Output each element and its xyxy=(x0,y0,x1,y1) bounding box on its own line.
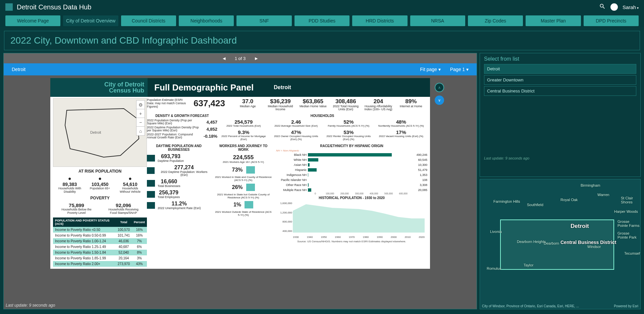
zoom-out-button[interactable]: − xyxy=(137,118,145,127)
top-stat: 308,4862022 Total Housing Units (Esri) xyxy=(329,98,362,111)
poverty-stat: 92,096Households Receiving Food Stamps/S… xyxy=(105,202,142,215)
tab-council-districts[interactable]: Council Districts xyxy=(121,15,176,26)
user-avatar[interactable] xyxy=(610,3,618,11)
work-icon xyxy=(246,184,255,191)
scroll-down-button[interactable]: ∨ xyxy=(435,96,444,105)
mini-map[interactable]: Detroit ⚙ + − ⌂ xyxy=(53,98,147,167)
viewer-bar: Detroit Fit page ▾ Page 1 ▾ xyxy=(4,63,477,75)
business-stat: 256,379Total Employees xyxy=(147,190,211,199)
map-controls: ⚙ + − ⌂ xyxy=(136,100,145,136)
map-label: Livonia xyxy=(490,230,502,234)
tab-nrsa[interactable]: NRSA xyxy=(410,15,465,26)
map-label: Southfield xyxy=(527,203,543,207)
table-row: Income to Poverty Ratio 1.85-1.9920,1643… xyxy=(53,255,147,261)
select-item[interactable]: Greater Downtown xyxy=(484,75,636,85)
stat-icon xyxy=(147,167,155,174)
business-stat: 693,793Daytime Population xyxy=(147,153,211,163)
page-dropdown[interactable]: Page 1 ▾ xyxy=(450,67,469,72)
map-label: Harper Woods xyxy=(614,209,638,213)
race-bar-row: Asian NH10,300 xyxy=(276,162,427,167)
map-label: Birmingham xyxy=(581,183,600,187)
select-item[interactable]: Central Business District xyxy=(484,86,636,96)
business-stat: 11.2%2022 Unemployment Rate (Esri) xyxy=(147,201,211,210)
last-update-text: Last update: 9 seconds ago xyxy=(6,303,55,308)
race-bar-row: Black NH490,246 xyxy=(276,152,427,157)
map-attribution-left: City of Windsor, Province of Ontario, Es… xyxy=(482,304,579,308)
region-map[interactable]: Detroit Central Business District Birmin… xyxy=(480,179,641,309)
table-row: Income to Poverty Ratio 1.00-1.2446,0367… xyxy=(53,238,147,244)
tab-zip-codes[interactable]: Zip Codes xyxy=(468,15,523,26)
map-label: St Clair Shores xyxy=(621,196,640,204)
stat-icon xyxy=(147,180,155,187)
chevron-down-icon: ▾ xyxy=(466,67,469,72)
report-pane: ◀ 1 of 3 ▶ Detroit Fit page ▾ Page 1 ▾ ∧… xyxy=(3,53,477,309)
fit-page-dropdown[interactable]: Fit page ▾ xyxy=(420,67,440,72)
map-attribution-right: Powered by Esri xyxy=(614,304,638,308)
at-risk-header: AT RISK POPULATION xyxy=(53,169,147,174)
race-bar-row: Hispanic51,479 xyxy=(276,167,427,172)
tab-neighborhoods[interactable]: Neighborhoods xyxy=(179,15,234,26)
tab-pdd-studies[interactable]: PDD Studies xyxy=(294,15,350,26)
stat-icon xyxy=(147,202,155,209)
historical-population-chart: 1,600,0001,200,000800,000400,000 1930194… xyxy=(276,202,427,239)
risk-stat: ●103,450Population 65+ xyxy=(90,176,110,194)
risk-stat: ●54,610Households Without Vehicle xyxy=(117,176,144,194)
top-stat: 89%Internet at Home xyxy=(395,98,427,111)
map-label: Warren xyxy=(597,193,609,197)
tab-master-plan[interactable]: Master Plan xyxy=(526,15,581,26)
app-header: Detroit Census Data Hub Sarah▾ xyxy=(0,0,644,14)
pager-prev[interactable]: ◀ xyxy=(223,56,225,61)
stat-icon xyxy=(147,155,155,162)
app-title: Detroit Census Data Hub xyxy=(17,3,91,11)
app-logo xyxy=(5,3,13,11)
table-row: Income to Poverty Ratio 1.25-1.4940,6876… xyxy=(53,244,147,250)
dashboard-title: 2022 City, Downtown and CBD Infographic … xyxy=(10,35,634,46)
infographic-report: ∧ ∨ City of DetroitCensus Hub Full Demog… xyxy=(50,78,430,269)
tab-snf[interactable]: SNF xyxy=(236,15,291,26)
home-icon[interactable]: ⌂ xyxy=(137,127,145,135)
top-stat: $36,239Median Household Income xyxy=(264,98,297,111)
map-label: Dearborn xyxy=(544,241,559,245)
select-last-update: Last update: 9 seconds ago xyxy=(484,156,636,160)
table-row: Income to Poverty Ratio 2.00+273,97043% xyxy=(53,261,147,267)
household-stat: 2.462022 Average Household Size (Esri) xyxy=(270,119,323,127)
tab-dpd-precincts[interactable]: DPD Precincts xyxy=(584,15,639,26)
race-bar-row: Indigenous NH1,353 xyxy=(276,172,427,177)
work-pct: 26%2021 Worked in State but Outside Coun… xyxy=(214,184,273,199)
scroll-up-button[interactable]: ∧ xyxy=(435,83,444,92)
gear-icon[interactable]: ⚙ xyxy=(137,101,145,109)
work-pct: 1%2021 Worked Outside State of Residence… xyxy=(214,201,273,216)
household-stat: 9.3%2022 Percent of Income for Mortgage … xyxy=(217,129,270,141)
select-list-panel: Select from list DetroitGreater Downtown… xyxy=(480,53,641,177)
map-label: Grosse Pointe Farms xyxy=(618,219,640,228)
zoom-in-button[interactable]: + xyxy=(137,109,145,118)
svg-marker-0 xyxy=(65,109,139,157)
map-label: Taylor xyxy=(524,263,533,267)
chevron-down-icon: ▾ xyxy=(438,67,441,72)
poverty-table: POPULATION AND POVERTY STATUS (ACS)Total… xyxy=(53,217,147,267)
tab-welcome-page[interactable]: Welcome Page xyxy=(5,15,60,26)
pager-next[interactable]: ▶ xyxy=(255,56,258,61)
tab-city-of-detroit-overview[interactable]: City of Detroit Overview xyxy=(63,15,118,26)
map-label: Grosse Pointe Park xyxy=(618,231,640,239)
race-bar-row: Pacific Islander NH108 xyxy=(276,177,427,182)
dashboard-title-bar: 2022 City, Downtown and CBD Infographic … xyxy=(4,31,640,50)
business-stat: 277,2742022 Daytime Population: Workers … xyxy=(147,165,211,177)
table-row: Income to Poverty Ratio <0.50100,57016% xyxy=(53,227,147,233)
table-row: Income to Poverty Ratio 1.50-1.8452,0408… xyxy=(53,250,147,255)
map-label: Royal Oak xyxy=(560,198,578,202)
user-name[interactable]: Sarah▾ xyxy=(623,4,639,10)
report-city: Detroit xyxy=(274,84,291,90)
race-bar-row: White NH60,545 xyxy=(276,157,427,162)
household-stat: 254,5792022 Total Households (Esri) xyxy=(217,119,270,127)
top-stat: 204Housing Affordability Index (100= US … xyxy=(362,98,394,111)
work-icon xyxy=(246,166,255,174)
top-stat: $63,865Median Home Value xyxy=(297,98,329,111)
select-item[interactable]: Detroit xyxy=(484,64,636,74)
household-stat: 47%2022 Owner Occupied Housing Units (Es… xyxy=(270,129,323,141)
search-icon[interactable] xyxy=(599,3,606,11)
business-stat: 16,660Total Businesses xyxy=(147,179,211,188)
tab-hrd-districts[interactable]: HRD Districts xyxy=(352,15,407,26)
population-estimate: 637,423 xyxy=(189,98,229,111)
chevron-down-icon: ▾ xyxy=(637,6,639,10)
